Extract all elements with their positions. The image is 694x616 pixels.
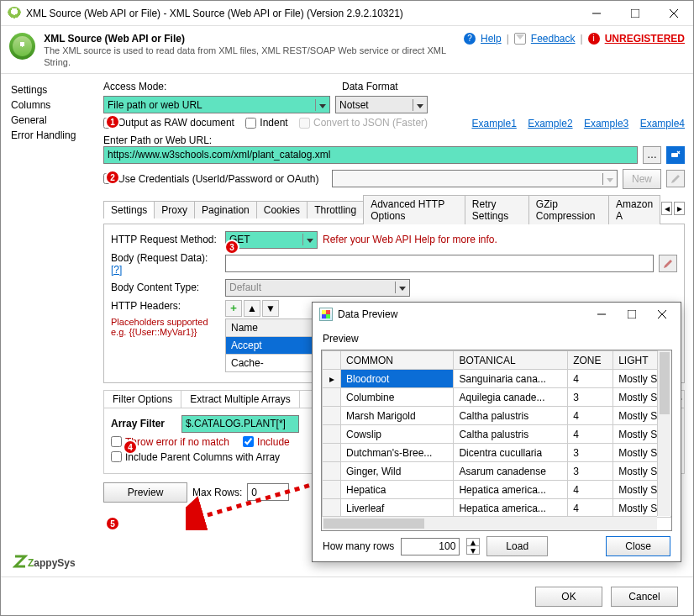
chevron-down-icon	[395, 282, 406, 293]
svg-rect-9	[628, 310, 636, 319]
array-filter-combo[interactable]: $.CATALOG.PLANT[*]	[181, 415, 299, 433]
example4-link[interactable]: Example4	[640, 118, 685, 129]
example2-link[interactable]: Example2	[528, 118, 572, 129]
add-header-button[interactable]: ＋	[225, 300, 242, 317]
preview-titlebar: Data Preview	[313, 303, 681, 326]
include-parent-inline-checkbox[interactable]: Include	[243, 436, 290, 448]
preview-title: Data Preview	[338, 308, 586, 320]
feedback-link[interactable]: Feedback	[531, 33, 576, 45]
tabs-scroll-right[interactable]: ▸	[674, 202, 685, 215]
chevron-down-icon	[413, 99, 423, 111]
ok-button[interactable]: OK	[535, 587, 602, 607]
step-badge-1: 1	[105, 114, 120, 129]
tab-cookies[interactable]: Cookies	[256, 201, 308, 218]
close-button[interactable]	[655, 1, 693, 26]
chevron-down-icon	[602, 173, 613, 185]
table-row: HepaticaHepatica america...4Mostly S	[323, 481, 671, 499]
tabs-scroll-left[interactable]: ◂	[661, 202, 672, 215]
placeholders-hint: Placeholders supported e.g. {{User::MyVa…	[111, 317, 212, 337]
data-format-combo[interactable]: Notset	[335, 96, 428, 113]
unregistered-link[interactable]: UNREGISTERED	[605, 33, 685, 45]
use-credentials-checkbox[interactable]: Use Credentials (UserId/Password or OAut…	[103, 173, 318, 185]
window-title: XML Source (Web API or File) - XML Sourc…	[26, 8, 577, 19]
content-type-combo[interactable]: Default	[225, 279, 410, 297]
url-input[interactable]	[103, 146, 638, 164]
tab-advanced[interactable]: Advanced HTTP Options	[363, 195, 465, 224]
mail-icon	[514, 33, 526, 45]
body-label: Body (Request Data):	[111, 252, 208, 264]
tab-amazon[interactable]: Amazon A	[608, 195, 660, 224]
minimize-button[interactable]	[577, 1, 616, 26]
sidebar-item-error-handling[interactable]: Error Handling	[4, 128, 97, 143]
preview-vscrollbar[interactable]	[657, 350, 671, 516]
tab-throttling[interactable]: Throttling	[307, 201, 364, 218]
help-icon: ?	[464, 33, 476, 45]
credentials-combo	[332, 170, 618, 187]
clear-url-button[interactable]	[666, 146, 685, 164]
tab-retry[interactable]: Retry Settings	[465, 195, 529, 224]
preview-button[interactable]: Preview	[103, 482, 187, 503]
sidebar-item-settings[interactable]: Settings	[4, 82, 97, 97]
preview-grid[interactable]: COMMON BOTANICAL ZONE LIGHT ▸BloodrootSa…	[321, 350, 672, 531]
app-icon	[8, 7, 21, 20]
preview-hscrollbar[interactable]	[322, 516, 657, 530]
preview-minimize-button[interactable]	[586, 302, 617, 327]
header: XML Source (Web API or File) The XML sou…	[1, 26, 693, 74]
http-tabstrip: Settings Proxy Pagination Cookies Thrott…	[103, 194, 685, 224]
header-title: XML Source (Web API or File)	[44, 33, 185, 45]
include-parent-columns-checkbox[interactable]: Include Parent Columns with Array	[111, 451, 280, 463]
preview-subtitle: Preview	[323, 333, 672, 345]
enter-path-label: Enter Path or Web URL:	[103, 134, 685, 146]
rows-spinner-down[interactable]: ▾	[467, 546, 479, 554]
zappysys-logo: ZappySys	[13, 554, 76, 570]
example1-link[interactable]: Example1	[471, 118, 516, 129]
step-badge-2: 2	[105, 170, 120, 185]
header-subtitle: The XML source is used to read data from…	[44, 45, 445, 67]
request-method-hint: Refer your Web API Help for more info.	[323, 234, 497, 245]
how-many-rows-input[interactable]	[401, 538, 460, 555]
body-edit-button[interactable]	[659, 255, 677, 272]
load-button[interactable]: Load	[486, 536, 548, 556]
example3-link[interactable]: Example3	[584, 118, 628, 129]
tab-gzip[interactable]: GZip Compression	[528, 195, 609, 224]
step-badge-5: 5	[105, 516, 120, 531]
tab-settings[interactable]: Settings	[103, 201, 155, 218]
table-row: CowslipCaltha palustris4Mostly S	[323, 425, 671, 444]
preview-maximize-button[interactable]	[617, 302, 647, 327]
table-row: LiverleafHepatica america...4Mostly S	[323, 499, 671, 518]
max-rows-input[interactable]	[247, 483, 289, 501]
move-up-button[interactable]: ▲	[244, 300, 260, 317]
data-format-label: Data Format	[342, 81, 443, 92]
body-help-link[interactable]: [?]	[111, 264, 122, 276]
array-filter-label: Array Filter	[111, 418, 176, 429]
body-input[interactable]	[225, 255, 654, 272]
app-window: XML Source (Web API or File) - XML Sourc…	[0, 0, 694, 616]
chevron-down-icon	[315, 99, 326, 111]
tab-pagination[interactable]: Pagination	[194, 201, 257, 218]
browse-button[interactable]: …	[643, 146, 661, 164]
preview-icon	[319, 308, 333, 321]
table-row: ▸BloodrootSanguinaria cana...4Mostly S	[323, 370, 671, 388]
maximize-button[interactable]	[616, 1, 655, 26]
preview-close-button[interactable]	[647, 302, 677, 327]
data-preview-window: Data Preview Preview COMMON BOTANICAL ZO…	[312, 302, 681, 562]
tab-extract-arrays[interactable]: Extract Multiple Arrays	[181, 391, 299, 408]
help-link[interactable]: Help	[481, 33, 502, 45]
sidebar: Settings Columns General Error Handling	[1, 74, 100, 576]
indent-checkbox[interactable]: Indent	[245, 117, 287, 129]
step-badge-3: 3	[224, 240, 239, 255]
convert-json-checkbox: Convert to JSON (Faster)	[299, 117, 428, 129]
cancel-button[interactable]: Cancel	[611, 587, 678, 607]
tab-proxy[interactable]: Proxy	[154, 201, 195, 218]
access-mode-combo[interactable]: File path or web URL	[103, 96, 330, 113]
sidebar-item-general[interactable]: General	[4, 113, 97, 128]
preview-close-footer-button[interactable]: Close	[606, 536, 670, 556]
info-icon: i	[588, 33, 600, 45]
table-row: Dutchman's-Bree...Dicentra cucullaria3Mo…	[323, 444, 671, 462]
table-row: Ginger, WildAsarum canadense3Mostly S	[323, 462, 671, 481]
table-row: ColumbineAquilegia canade...3Mostly S	[323, 388, 671, 407]
output-raw-checkbox[interactable]: Output as RAW document	[103, 117, 234, 129]
tab-filter-options[interactable]: Filter Options	[104, 391, 181, 408]
move-down-button[interactable]: ▼	[262, 300, 279, 317]
sidebar-item-columns[interactable]: Columns	[4, 97, 97, 113]
